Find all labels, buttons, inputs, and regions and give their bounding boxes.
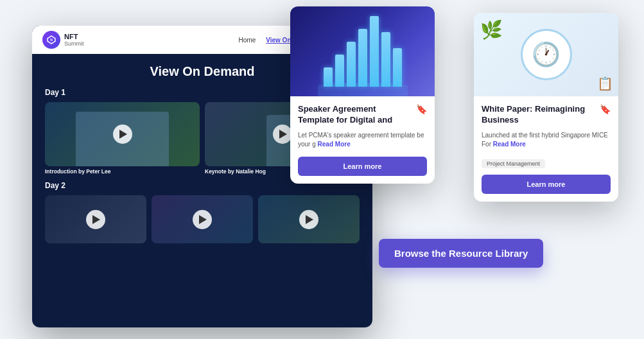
- resource-card-1-image: [290, 6, 435, 96]
- logo-brand: NFT: [64, 33, 84, 40]
- resource-card-2-desc: Launched at the first hybrid Singapore M…: [482, 131, 611, 149]
- play-button-day2-1[interactable]: [86, 210, 105, 229]
- play-icon-day2-3: [306, 215, 313, 224]
- play-icon-day2-1: [92, 215, 100, 224]
- resource-card-1-header: Speaker Agreement Template for Digital a…: [298, 104, 427, 126]
- read-more-link-1[interactable]: Read More: [318, 141, 351, 148]
- logo-icon: N: [42, 31, 60, 49]
- video1-caption: Introduction by Peter Lee: [45, 168, 200, 175]
- day2-video-2[interactable]: [152, 195, 253, 243]
- learn-more-btn-1[interactable]: Learn more: [298, 157, 427, 176]
- learn-more-btn-2[interactable]: Learn more: [482, 175, 611, 194]
- plant-decoration: 🌿: [480, 19, 503, 40]
- logo-sub: Summit: [64, 40, 84, 47]
- browse-resource-library-button[interactable]: Browse the Resource Library: [379, 239, 543, 268]
- bar-5: [370, 16, 379, 87]
- resource-card-whitepaper: 🌿 📋 White Paper: Reimagining Business 🔖 …: [474, 13, 618, 202]
- resource-card-1-desc: Let PCMA's speaker agreement template be…: [298, 131, 427, 149]
- resource-card-speaker: Speaker Agreement Template for Digital a…: [290, 6, 435, 184]
- play-button-2[interactable]: [273, 125, 292, 144]
- bar-6: [381, 32, 390, 87]
- bar-4: [358, 29, 367, 87]
- bookmark-icon-2[interactable]: 🔖: [600, 104, 611, 114]
- play-button-1[interactable]: [113, 125, 132, 144]
- read-more-link-2[interactable]: Read More: [493, 141, 526, 148]
- bar-7: [393, 48, 402, 87]
- chart-visual: [324, 16, 402, 87]
- resource-card-2-header: White Paper: Reimagining Business 🔖: [482, 104, 611, 126]
- day2-video-1[interactable]: [45, 195, 146, 243]
- bar-2: [335, 55, 344, 87]
- logo-text-block: NFT Summit: [64, 33, 84, 47]
- scene: N NFT Summit Home View On Demand Program…: [0, 0, 644, 339]
- day2-videos: [45, 195, 360, 243]
- bar-1: [324, 67, 333, 87]
- play-icon-1: [119, 130, 127, 139]
- play-button-day2-3[interactable]: [299, 210, 318, 229]
- resource-card-2-title: White Paper: Reimagining Business: [482, 104, 595, 126]
- resource-card-1-body: Speaker Agreement Template for Digital a…: [290, 96, 435, 184]
- logo-area: N NFT Summit: [42, 31, 84, 49]
- play-button-day2-2[interactable]: [193, 210, 212, 229]
- tag-badge: Project Management: [482, 159, 545, 168]
- bookmark-icon-1[interactable]: 🔖: [416, 104, 427, 114]
- day2-video-3[interactable]: [258, 195, 360, 243]
- resource-card-1-title: Speaker Agreement Template for Digital a…: [298, 104, 411, 126]
- nav-home[interactable]: Home: [239, 37, 256, 44]
- svg-text:N: N: [50, 38, 53, 42]
- papers-decoration: 📋: [597, 76, 613, 91]
- resource-card-2-image: 🌿 📋: [474, 13, 618, 96]
- bar-3: [347, 42, 356, 87]
- clock-visual: [521, 29, 572, 80]
- video-thumb-1[interactable]: [45, 102, 200, 166]
- play-icon-2: [279, 130, 287, 139]
- play-icon-day2-2: [199, 215, 207, 224]
- resource-card-2-body: White Paper: Reimagining Business 🔖 Laun…: [474, 96, 618, 202]
